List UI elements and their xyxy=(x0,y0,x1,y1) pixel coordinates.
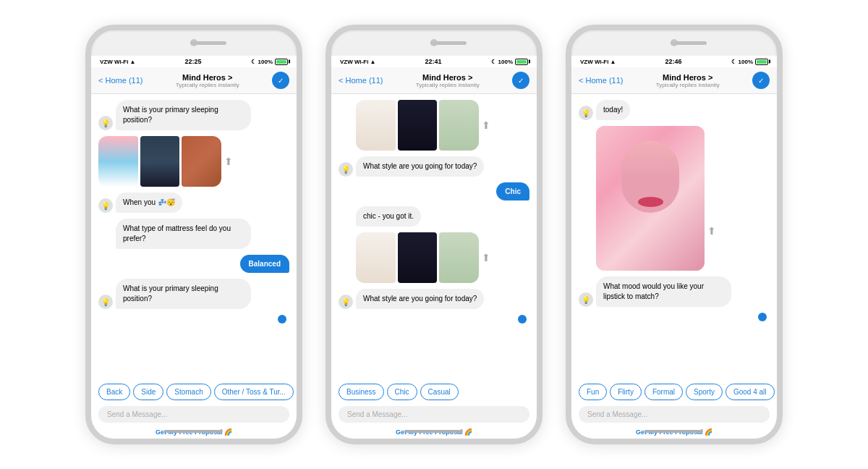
msg-bot-1d: 💡 What is your primary sleeping position… xyxy=(98,279,251,309)
mute-button-3 xyxy=(566,88,567,110)
pink-bg xyxy=(596,126,705,271)
wifi-icon-2: ▲ xyxy=(370,59,375,65)
qr-other-1[interactable]: Other / Toss & Tur... xyxy=(214,384,294,400)
nav-subtitle-1: Typically replies instantly xyxy=(176,82,239,88)
gallery-img-2b1 xyxy=(356,232,396,283)
qr-side-1[interactable]: Side xyxy=(133,384,163,400)
nav-title-3: Mind Heros > xyxy=(656,73,720,82)
quick-replies-2: Business Chic Casual xyxy=(331,381,537,403)
status-right-1: ☾ 100% xyxy=(251,59,288,65)
quick-replies-1: Back Side Stomach Other / Toss & Tur... xyxy=(91,381,297,403)
message-input-2[interactable]: Send a Message... xyxy=(339,406,529,423)
battery-icon-1 xyxy=(275,59,288,65)
nav-back-1[interactable]: < Home (11) xyxy=(98,76,142,85)
volume-down-button-3 xyxy=(566,153,567,182)
nav-center-3: Mind Heros > Typically replies instantly xyxy=(656,73,720,88)
qr-fun-3[interactable]: Fun xyxy=(579,384,607,400)
gallery-2a xyxy=(356,100,479,151)
gallery-img-2a2 xyxy=(398,100,438,151)
home-indicator-1[interactable] xyxy=(165,430,223,433)
battery-text-3: 100% xyxy=(739,59,753,65)
qr-back-1[interactable]: Back xyxy=(98,384,130,400)
phone-1-screen: VZW Wi-Fi ▲ 22:25 ☾ 100% < Home (11) Min… xyxy=(91,56,297,439)
bot-avatar-3a: 💡 xyxy=(579,106,593,120)
moon-icon-2: ☾ xyxy=(491,59,496,65)
nav-bar-2: < Home (11) Mind Heros > Typically repli… xyxy=(331,67,537,94)
volume-up-button xyxy=(85,117,87,146)
nav-action-1[interactable]: ✓ xyxy=(272,72,289,89)
moon-icon-3: ☾ xyxy=(731,59,736,65)
gallery-img-sky xyxy=(98,136,138,187)
power-button xyxy=(301,103,302,139)
status-left-1: VZW Wi-Fi ▲ xyxy=(100,59,135,65)
share-icon-2b[interactable]: ⬆ xyxy=(482,252,490,263)
msg-bot-1b: 💡 When you 💤😴 xyxy=(98,193,251,213)
carrier-1: VZW Wi-Fi xyxy=(100,59,128,65)
gallery-img-2a1 xyxy=(356,100,396,151)
input-placeholder-2: Send a Message... xyxy=(347,410,407,418)
nav-action-2[interactable]: ✓ xyxy=(512,72,529,89)
msg-bot-1a: 💡 What is your primary sleeping position… xyxy=(98,100,251,130)
qr-good4all-3[interactable]: Good 4 all xyxy=(726,384,775,400)
phone-3-screen: VZW Wi-Fi ▲ 22:46 ☾ 100% < Home (11) Min… xyxy=(571,56,777,439)
qr-flirty-3[interactable]: Flirty xyxy=(610,384,642,400)
qr-casual-2[interactable]: Casual xyxy=(420,384,459,400)
back-label-2: < Home (11) xyxy=(339,76,383,85)
pink-image-row: ⬆ xyxy=(579,126,770,271)
seen-indicator-2 xyxy=(339,315,529,324)
bubble-2b: chic - you got it. xyxy=(356,206,421,227)
share-icon-3[interactable]: ⬆ xyxy=(707,225,716,237)
back-label-3: < Home (11) xyxy=(579,76,623,85)
input-placeholder-3: Send a Message... xyxy=(587,410,647,418)
message-input-3[interactable]: Send a Message... xyxy=(579,406,770,423)
bot-avatar-3b: 💡 xyxy=(579,292,593,307)
share-icon-1[interactable]: ⬆ xyxy=(224,156,233,167)
nav-back-2[interactable]: < Home (11) xyxy=(339,76,383,85)
qr-business-2[interactable]: Business xyxy=(339,384,384,400)
message-input-1[interactable]: Send a Message... xyxy=(98,406,289,423)
bubble-1c: What type of mattress feel do you prefer… xyxy=(116,219,251,249)
bubble-1d: What is your primary sleeping position? xyxy=(116,279,251,309)
status-right-3: ☾ 100% xyxy=(731,59,768,65)
seen-dot-1 xyxy=(278,315,286,324)
bubble-1b: When you 💤😴 xyxy=(116,193,182,213)
battery-text-2: 100% xyxy=(498,59,513,65)
share-icon-2a[interactable]: ⬆ xyxy=(482,119,490,131)
qr-formal-3[interactable]: Formal xyxy=(644,384,683,400)
bubble-3b: What mood would you like your lipstick t… xyxy=(596,276,731,307)
bubble-user-2a: Chic xyxy=(496,182,529,200)
gallery-row-1: ⬆ xyxy=(98,136,289,187)
phone-2: VZW Wi-Fi ▲ 22:41 ☾ 100% < Home (11) Min… xyxy=(326,25,542,444)
quick-replies-3: Fun Flirty Formal Sporty Good 4 all xyxy=(571,381,777,403)
bot-avatar-1a: 💡 xyxy=(98,116,113,130)
qr-chic-2[interactable]: Chic xyxy=(387,384,417,400)
home-indicator-3[interactable] xyxy=(645,430,703,433)
qr-stomach-1[interactable]: Stomach xyxy=(166,384,210,400)
qr-sporty-3[interactable]: Sporty xyxy=(686,384,723,400)
gallery-1 xyxy=(98,136,221,187)
msg-user-1a: Balanced xyxy=(98,255,289,273)
volume-up-button-2 xyxy=(326,117,327,146)
nav-back-3[interactable]: < Home (11) xyxy=(579,76,623,85)
chat-area-3: 💡 today! ⬆ 💡 What mood woul xyxy=(571,94,777,381)
msg-bot-1c: 💡 What type of mattress feel do you pref… xyxy=(98,219,251,249)
home-indicator-2[interactable] xyxy=(405,430,463,433)
nav-bar-1: < Home (11) Mind Heros > Typically repli… xyxy=(91,67,297,94)
seen-dot-3 xyxy=(758,313,767,321)
battery-icon-3 xyxy=(755,59,768,65)
phones-container: VZW Wi-Fi ▲ 22:25 ☾ 100% < Home (11) Min… xyxy=(0,10,868,459)
mute-button-2 xyxy=(326,88,327,110)
gallery-img-brick xyxy=(182,136,221,187)
power-button-3 xyxy=(781,103,783,139)
chat-area-2: ⬆ 💡 What style are you going for today? … xyxy=(331,94,537,381)
nav-action-3[interactable]: ✓ xyxy=(752,72,770,89)
nav-title-2: Mind Heros > xyxy=(416,73,480,82)
msg-bot-3a: 💡 today! xyxy=(579,100,731,120)
time-2: 22:41 xyxy=(425,58,441,65)
carrier-3: VZW Wi-Fi xyxy=(580,59,608,65)
wifi-icon-1: ▲ xyxy=(129,59,135,65)
gallery-2b xyxy=(356,232,479,283)
status-left-2: VZW Wi-Fi ▲ xyxy=(340,59,375,65)
nav-center-2: Mind Heros > Typically replies instantly xyxy=(416,73,480,88)
status-right-2: ☾ 100% xyxy=(491,59,528,65)
